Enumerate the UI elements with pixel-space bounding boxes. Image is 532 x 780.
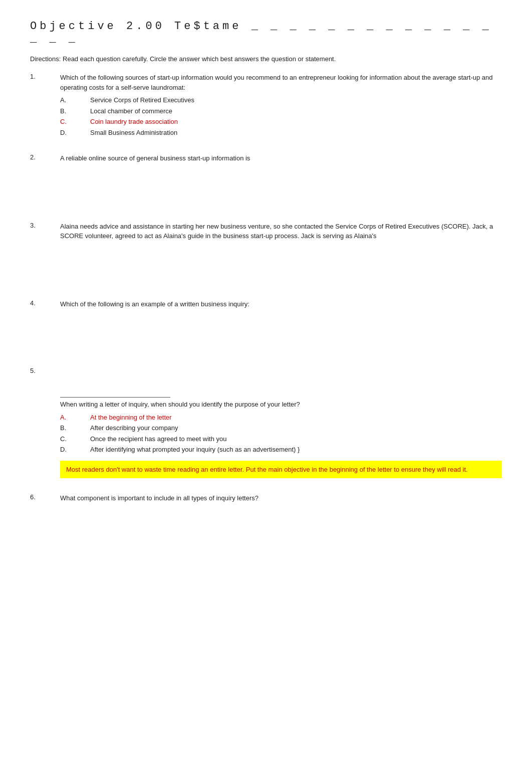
- question-2-number: 2.: [30, 153, 60, 161]
- question-6-number: 6.: [30, 493, 60, 501]
- question-6-text: What component is important to include i…: [60, 493, 502, 503]
- answer-5c: C. Once the recipient has agreed to meet…: [60, 434, 502, 444]
- question-1-answers: A. Service Corps of Retired Executives B…: [60, 95, 502, 137]
- question-3-spacer: [60, 244, 502, 284]
- question-5-blank-line: [60, 397, 170, 398]
- question-4-number: 4.: [30, 299, 60, 307]
- question-5-explanation: Most readers don't want to waste time re…: [60, 461, 502, 479]
- question-1: 1. Which of the following sources of sta…: [30, 73, 502, 138]
- question-6: 6. What component is important to includ…: [30, 493, 502, 546]
- answer-1c-text: Coin laundry trade association: [90, 117, 178, 127]
- answer-5b-letter: B.: [60, 423, 90, 433]
- answer-5d-text: After identifying what prompted your inq…: [90, 445, 300, 455]
- answer-5a-text: At the beginning of the letter: [90, 413, 172, 423]
- answer-1c-letter: C.: [60, 117, 90, 127]
- question-1-text: Which of the following sources of start-…: [60, 73, 502, 92]
- question-2-spacer: [60, 166, 502, 207]
- answer-1d: D. Small Business Administration: [60, 128, 502, 138]
- directions-text: Directions: Read each question carefully…: [30, 55, 502, 63]
- answer-5d: D. After identifying what prompted your …: [60, 445, 502, 455]
- answer-1a: A. Service Corps of Retired Executives: [60, 95, 502, 105]
- question-4: 4. Which of the following is an example …: [30, 299, 502, 352]
- question-4-text: Which of the following is an example of …: [60, 299, 502, 309]
- answer-5b-text: After describing your company: [90, 423, 178, 433]
- question-5: 5. When writing a letter of inquiry, whe…: [30, 367, 502, 478]
- question-5-number: 5.: [30, 367, 60, 374]
- answer-5a: A. At the beginning of the letter: [60, 413, 502, 423]
- answer-5b: B. After describing your company: [60, 423, 502, 433]
- answer-1a-letter: A.: [60, 95, 90, 105]
- question-3: 3. Alaina needs advice and assistance in…: [30, 222, 502, 284]
- answer-1d-text: Small Business Administration: [90, 128, 177, 138]
- answer-5d-letter: D.: [60, 445, 90, 455]
- answer-1a-text: Service Corps of Retired Executives: [90, 95, 194, 105]
- question-5-text: When writing a letter of inquiry, when s…: [60, 400, 502, 410]
- question-6-content: What component is important to include i…: [60, 493, 502, 546]
- question-1-number: 1.: [30, 73, 60, 80]
- question-2-content: A reliable online source of general busi…: [60, 153, 502, 207]
- answer-1b-letter: B.: [60, 106, 90, 116]
- question-3-number: 3.: [30, 222, 60, 229]
- question-4-spacer: [60, 312, 502, 352]
- answer-5c-letter: C.: [60, 434, 90, 444]
- question-2: 2. A reliable online source of general b…: [30, 153, 502, 207]
- question-5-answers: A. At the beginning of the letter B. Aft…: [60, 413, 502, 455]
- question-1-content: Which of the following sources of start-…: [60, 73, 502, 138]
- question-3-text: Alaina needs advice and assistance in st…: [60, 222, 502, 241]
- question-4-content: Which of the following is an example of …: [60, 299, 502, 352]
- answer-1c: C. Coin laundry trade association: [60, 117, 502, 127]
- answer-1d-letter: D.: [60, 128, 90, 138]
- answer-1b-text: Local chamber of commerce: [90, 106, 172, 116]
- question-2-text: A reliable online source of general busi…: [60, 153, 502, 163]
- answer-1b: B. Local chamber of commerce: [60, 106, 502, 116]
- question-3-content: Alaina needs advice and assistance in st…: [60, 222, 502, 284]
- question-5-content: When writing a letter of inquiry, when s…: [60, 367, 502, 478]
- answer-5a-letter: A.: [60, 413, 90, 423]
- page-title: Objective 2.00 Te$tame _ _ _ _ _ _ _ _ _…: [30, 20, 502, 45]
- question-6-spacer: [60, 506, 502, 546]
- answer-5c-text: Once the recipient has agreed to meet wi…: [90, 434, 226, 444]
